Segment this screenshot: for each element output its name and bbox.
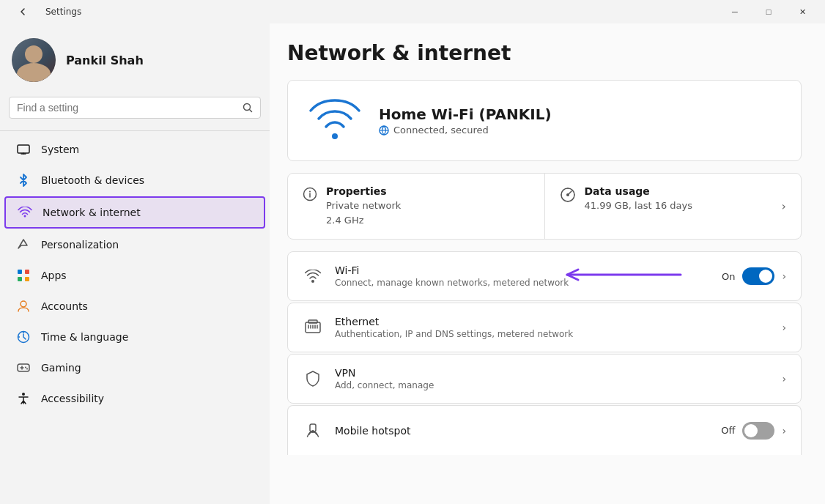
hotspot-status-text: Off [721, 425, 735, 436]
app-body: Pankil Shah System [0, 23, 825, 504]
accounts-icon [16, 299, 31, 314]
user-name: Pankil Shah [66, 53, 144, 67]
svg-point-8 [18, 336, 20, 338]
wifi-row-wrapper: Wi-Fi Connect, manage known networks, me… [287, 251, 802, 301]
vpn-right: › [782, 373, 786, 385]
settings-row-vpn[interactable]: VPN Add, connect, manage › [287, 354, 802, 404]
settings-row-hotspot[interactable]: Mobile hotspot Off › [287, 405, 802, 455]
minimize-button[interactable]: ─ [718, 0, 752, 23]
sidebar-item-network[interactable]: Network & internet [4, 196, 265, 229]
svg-rect-1 [18, 145, 29, 153]
svg-point-17 [309, 191, 311, 193]
user-section[interactable]: Pankil Shah [0, 23, 270, 94]
close-button[interactable]: ✕ [785, 0, 819, 23]
search-input[interactable] [17, 102, 237, 114]
sidebar-item-time[interactable]: Time & language [4, 322, 265, 352]
hotspot-icon [303, 423, 323, 439]
wifi-row-sub: Connect, manage known networks, metered … [335, 278, 710, 288]
avatar [12, 38, 56, 82]
vpn-icon [303, 371, 323, 387]
sidebar-item-gaming[interactable]: Gaming [4, 353, 265, 382]
vpn-chevron: › [782, 373, 786, 385]
sidebar-item-apps[interactable]: Apps [4, 261, 265, 290]
sidebar-item-label: System [41, 144, 79, 155]
accessibility-icon [16, 391, 31, 406]
data-usage-label: Data usage [585, 185, 693, 197]
properties-row: Properties Private network 2.4 GHz [287, 173, 802, 240]
sidebar-item-label: Time & language [41, 331, 128, 343]
connection-status: Connected, secured [393, 125, 489, 136]
data-usage-detail: 41.99 GB, last 16 days [585, 199, 693, 213]
ethernet-right: › [782, 322, 786, 333]
maximize-button[interactable]: □ [752, 0, 785, 23]
sidebar-item-label: Gaming [41, 362, 81, 374]
hotspot-chevron: › [782, 425, 786, 437]
vpn-label: VPN [335, 367, 770, 379]
sidebar-item-accessibility[interactable]: Accessibility [4, 384, 265, 413]
svg-rect-5 [25, 277, 29, 281]
sidebar: Pankil Shah System [0, 23, 270, 504]
hotspot-toggle[interactable] [742, 422, 774, 440]
svg-point-19 [311, 280, 314, 283]
system-icon [16, 142, 31, 157]
data-usage-cell[interactable]: Data usage 41.99 GB, last 16 days › [544, 174, 802, 239]
ethernet-chevron: › [782, 322, 786, 333]
page-title: Network & internet [287, 41, 802, 65]
sidebar-item-label: Accounts [41, 300, 88, 312]
network-icon [18, 205, 32, 220]
svg-rect-4 [18, 277, 22, 281]
personalization-icon [16, 237, 31, 252]
properties-cell[interactable]: Properties Private network 2.4 GHz [288, 174, 544, 239]
svg-point-14 [332, 133, 338, 139]
apps-icon [16, 268, 31, 283]
ethernet-row-text: Ethernet Authentication, IP and DNS sett… [335, 316, 770, 339]
sidebar-item-system[interactable]: System [4, 135, 265, 164]
sidebar-item-bluetooth[interactable]: Bluetooth & devices [4, 166, 265, 195]
wifi-large-icon [306, 95, 364, 146]
svg-point-13 [22, 393, 25, 396]
wifi-toggle[interactable] [742, 267, 774, 285]
info-icon [303, 187, 317, 204]
wifi-row-right: On › [722, 267, 786, 285]
window-controls: ─ □ ✕ [718, 0, 819, 23]
svg-rect-21 [308, 320, 317, 323]
svg-rect-3 [25, 270, 29, 274]
wifi-status: Connected, secured [379, 125, 783, 136]
svg-point-18 [566, 193, 569, 196]
bluetooth-icon [16, 173, 31, 188]
sidebar-item-label: Network & internet [42, 207, 141, 218]
settings-row-wifi[interactable]: Wi-Fi Connect, manage known networks, me… [287, 251, 802, 301]
properties-text: Properties Private network 2.4 GHz [326, 185, 401, 227]
vpn-row-text: VPN Add, connect, manage [335, 367, 770, 390]
wifi-hero-card: Home Wi-Fi (PANKIL) Connected, secured [287, 80, 802, 161]
svg-point-6 [21, 301, 26, 307]
data-usage-icon [560, 187, 576, 206]
search-box[interactable] [9, 97, 261, 119]
sidebar-divider [0, 130, 270, 131]
sidebar-item-personalization[interactable]: Personalization [4, 230, 265, 259]
wifi-status-text: On [722, 271, 735, 282]
gaming-icon [16, 360, 31, 375]
wifi-row-text: Wi-Fi Connect, manage known networks, me… [335, 264, 710, 288]
hotspot-row-text: Mobile hotspot [335, 425, 709, 437]
search-icon [243, 103, 253, 113]
svg-rect-2 [18, 270, 22, 274]
wifi-name: Home Wi-Fi (PANKIL) [379, 105, 783, 123]
sidebar-item-label: Accessibility [41, 393, 104, 404]
wifi-chevron: › [782, 270, 786, 282]
vpn-sub: Add, connect, manage [335, 380, 770, 390]
data-usage-chevron: › [782, 199, 786, 213]
back-button[interactable] [6, 0, 40, 23]
sidebar-item-accounts[interactable]: Accounts [4, 292, 265, 321]
ethernet-sub: Authentication, IP and DNS settings, met… [335, 329, 770, 339]
data-usage-text: Data usage 41.99 GB, last 16 days [585, 185, 693, 213]
properties-detail: Private network 2.4 GHz [326, 199, 401, 227]
settings-list: Wi-Fi Connect, manage known networks, me… [287, 251, 802, 455]
hotspot-label: Mobile hotspot [335, 425, 709, 437]
wifi-row-icon [303, 270, 323, 283]
globe-icon [379, 125, 389, 136]
main-content: Network & internet Home Wi-Fi (PANKIL) [270, 23, 825, 504]
titlebar: Settings ─ □ ✕ [0, 0, 825, 23]
settings-row-ethernet[interactable]: Ethernet Authentication, IP and DNS sett… [287, 303, 802, 352]
sidebar-item-label: Apps [41, 270, 67, 281]
